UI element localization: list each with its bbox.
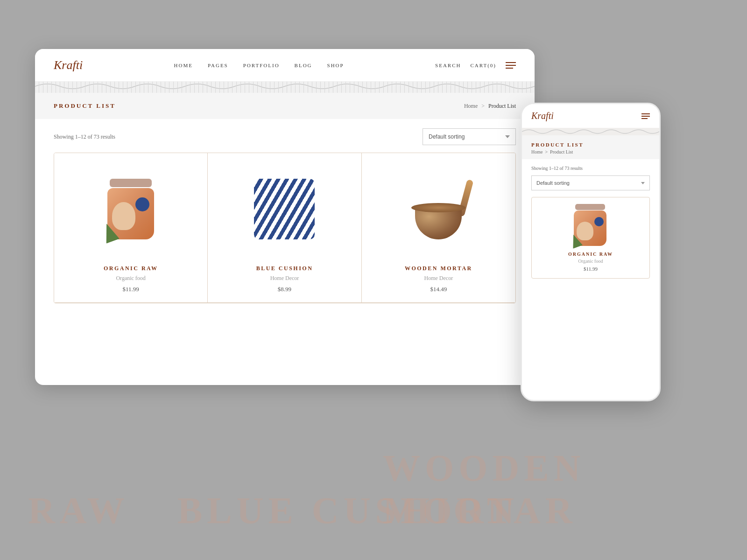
jar-body: [107, 188, 154, 239]
bg-label-wooden: WOODEN MORTAR: [383, 447, 747, 532]
page-header: PRODUCT LIST Home > Product List: [35, 93, 535, 119]
jar-illustration: [105, 179, 156, 239]
product-price-2: $14.49: [371, 286, 506, 293]
mobile-jar-illustration: [572, 204, 609, 246]
nav-home[interactable]: HOME: [174, 63, 193, 68]
page-title: PRODUCT LIST: [54, 102, 116, 110]
jar-lid: [110, 179, 152, 187]
results-count: Showing 1–12 of 73 results: [54, 133, 115, 140]
wave-decoration: [35, 82, 535, 93]
mobile-wave: [522, 128, 659, 135]
product-card-jar[interactable]: ORGANIC RAW Organic food $11.99: [54, 153, 208, 303]
product-image-jar: [63, 162, 198, 256]
desktop-nav: HOME PAGES PORTFOLIO BLOG SHOP: [174, 63, 344, 68]
mobile-breadcrumb-home[interactable]: Home: [531, 149, 543, 154]
mobile-header: Krafti: [522, 104, 659, 128]
mobile-page-header: PRODUCT LIST Home > Product List: [522, 135, 659, 159]
mobile-breadcrumb-current: Product List: [550, 149, 573, 154]
mobile-logo[interactable]: Krafti: [531, 111, 554, 121]
product-name-2: WOODEN MORTAR: [371, 265, 506, 272]
mobile-jar-lid: [575, 204, 605, 210]
product-name-0: ORGANIC RAW: [63, 265, 198, 272]
nav-portfolio[interactable]: PORTFOLIO: [243, 63, 280, 68]
breadcrumb-current: Product List: [488, 103, 516, 110]
cart-link[interactable]: CART(0): [470, 63, 496, 68]
mobile-hamburger[interactable]: [641, 113, 650, 119]
product-image-cushion: [217, 162, 352, 256]
mobile-product-card[interactable]: ORGANIC RAW Organic food $11.99: [531, 197, 650, 279]
header-right: SEARCH CART(0): [435, 62, 516, 69]
desktop-logo[interactable]: Krafti: [54, 58, 83, 72]
nav-shop[interactable]: SHOP: [327, 63, 344, 68]
cushion-pattern: [254, 179, 315, 239]
mobile-breadcrumb-sep: >: [545, 149, 548, 154]
product-grid: ORGANIC RAW Organic food $11.99 BLUE CUS…: [54, 153, 516, 303]
breadcrumb: Home > Product List: [464, 103, 516, 110]
breadcrumb-home[interactable]: Home: [464, 103, 478, 110]
product-price-0: $11.99: [63, 286, 198, 293]
main-content: Showing 1–12 of 73 results Default sorti…: [35, 119, 535, 313]
search-link[interactable]: SEARCH: [435, 63, 461, 68]
mobile-window: Krafti PRODUCT LIST Home > Product List …: [521, 103, 661, 401]
product-card-mortar[interactable]: WOODEN MORTAR Home Decor $14.49: [362, 153, 515, 303]
breadcrumb-separator: >: [481, 103, 485, 110]
hamburger-menu[interactable]: [506, 62, 516, 69]
mobile-page-title: PRODUCT LIST: [531, 142, 650, 147]
desktop-window: Krafti HOME PAGES PORTFOLIO BLOG SHOP SE…: [35, 49, 535, 385]
product-category-0: Organic food: [63, 275, 198, 282]
nav-pages[interactable]: PAGES: [208, 63, 228, 68]
mobile-breadcrumb: Home > Product List: [531, 149, 650, 154]
cushion-illustration: [254, 179, 315, 239]
mobile-jar-body: [574, 210, 606, 246]
mobile-sort-select[interactable]: Default sorting Sort by popularity: [531, 175, 650, 190]
product-category-2: Home Decor: [371, 275, 506, 282]
product-category-1: Home Decor: [217, 275, 352, 282]
product-name-1: BLUE CUSHION: [217, 265, 352, 272]
product-price-1: $8.99: [217, 286, 352, 293]
product-card-cushion[interactable]: BLUE CUSHION Home Decor $8.99: [208, 153, 361, 303]
nav-blog[interactable]: BLOG: [295, 63, 312, 68]
mortar-bowl: [415, 207, 462, 239]
product-image-mortar: [371, 162, 506, 256]
mobile-product-image: [538, 204, 643, 246]
mobile-results-count: Showing 1–12 of 73 results: [531, 166, 650, 171]
sort-select[interactable]: Default sorting Sort by popularity Sort …: [423, 128, 516, 145]
mobile-content: Showing 1–12 of 73 results Default sorti…: [522, 159, 659, 285]
results-bar: Showing 1–12 of 73 results Default sorti…: [54, 128, 516, 145]
mobile-product-category: Organic food: [538, 259, 643, 264]
mobile-product-price: $11.99: [538, 266, 643, 272]
desktop-header: Krafti HOME PAGES PORTFOLIO BLOG SHOP SE…: [35, 49, 535, 82]
mortar-illustration: [408, 179, 469, 239]
bg-label-raw: RAW: [28, 490, 129, 532]
mobile-product-name: ORGANIC RAW: [538, 252, 643, 257]
